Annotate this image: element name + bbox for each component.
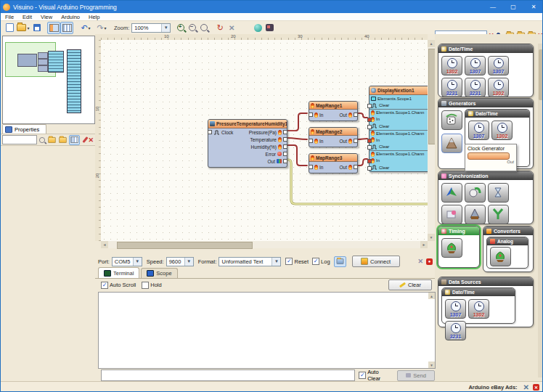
category-datetime[interactable]: Date/Time 1302 1307 1307 3231 3231 1302: [438, 44, 534, 97]
in-pin-square[interactable]: [367, 139, 372, 143]
pin-clock[interactable]: Clock: [208, 129, 233, 135]
block-maprange3-header[interactable]: MapRange3: [309, 154, 357, 162]
stop-icon[interactable]: ●: [426, 258, 433, 265]
property-collapse-icon[interactable]: [59, 137, 66, 143]
component-rtc-3231-icon[interactable]: 3231: [441, 78, 462, 97]
maprange3-in[interactable]: In: [309, 164, 323, 170]
scroll-up-icon[interactable]: ▲: [428, 40, 435, 47]
component-clock-generator-icon[interactable]: [441, 134, 462, 153]
humidity-pin-square[interactable]: [283, 144, 287, 149]
subcategory-analog-header[interactable]: Analog: [487, 237, 528, 245]
display-row-scope[interactable]: Elements.Scope1: [370, 95, 428, 102]
zoom-dropdown-icon[interactable]: ▼: [161, 24, 170, 32]
category-synchronization[interactable]: Synchronization: [438, 171, 534, 224]
block-pressure-temperature-humidity[interactable]: PressureTemperatureHumidity1 Clock Press…: [208, 119, 287, 168]
sync-component-icon[interactable]: [441, 205, 462, 224]
display-row-clear[interactable]: Clear: [370, 164, 428, 171]
refresh-button[interactable]: ↻: [214, 23, 226, 33]
palette-scroll-thumb[interactable]: [539, 49, 543, 100]
maprange3-out[interactable]: Out: [340, 164, 358, 170]
subcategory-datetime-header[interactable]: Date/Time: [442, 288, 515, 296]
subcategory-converters-analog[interactable]: Analog: [486, 237, 528, 269]
upload-button[interactable]: [264, 23, 275, 33]
display-row-in[interactable]: In: [370, 116, 428, 123]
block-display-nextion[interactable]: DisplayNextion1 Elements.Scope1 Clear El…: [369, 86, 428, 172]
category-generators-header[interactable]: Generators: [438, 99, 533, 107]
connect-button[interactable]: Connect: [352, 256, 400, 267]
tab-terminal[interactable]: Terminal: [98, 267, 139, 278]
category-data-sources-header[interactable]: Data Sources: [438, 277, 533, 286]
terminal-scroll-down-icon[interactable]: ▼: [428, 362, 435, 368]
property-filter-input[interactable]: [2, 135, 37, 144]
wire-map1-display[interactable]: [358, 113, 367, 118]
clear-pin-square[interactable]: [367, 104, 372, 108]
sync-component-icon[interactable]: [465, 205, 486, 224]
in-pin-square[interactable]: [309, 139, 313, 143]
open-log-button[interactable]: [334, 256, 346, 267]
in-pin-square[interactable]: [309, 113, 313, 117]
component-rtc-3231-icon[interactable]: 3231: [445, 321, 466, 340]
display-row-channel[interactable]: Elements.Scope1.Chann: [370, 130, 428, 137]
temperature-pin-square[interactable]: [283, 137, 287, 142]
category-generators[interactable]: Generators Date/Time 1307 1302 Clock Gen…: [438, 98, 534, 169]
menu-help[interactable]: Help: [84, 14, 104, 20]
component-analog-converter-icon[interactable]: [490, 247, 511, 266]
category-converters-header[interactable]: Converters: [483, 226, 533, 235]
redo-button[interactable]: ↷▾: [94, 23, 110, 33]
subcategory-datasources-datetime[interactable]: Date/Time 1307 1302 3231: [441, 287, 515, 324]
in-pin-square[interactable]: [367, 118, 372, 122]
property-search-icon[interactable]: [39, 137, 45, 143]
property-expand-icon[interactable]: [48, 137, 55, 143]
menu-file[interactable]: File: [1, 14, 18, 20]
category-timing[interactable]: Timing: [438, 226, 480, 268]
category-timing-header[interactable]: Timing: [438, 226, 479, 235]
toggle-grid-button[interactable]: [60, 22, 73, 34]
category-converters[interactable]: Converters Analog: [483, 226, 534, 272]
new-project-button[interactable]: [4, 23, 15, 33]
close-properties-icon[interactable]: ✕: [88, 136, 94, 144]
canvas-hscrollbar[interactable]: ◄ ►: [101, 241, 428, 248]
component-rtc-1302-icon[interactable]: 1302: [468, 299, 489, 319]
sync-component-icon[interactable]: [465, 183, 486, 203]
port-combobox[interactable]: COM5▼: [112, 257, 142, 266]
block-maprange3[interactable]: MapRange3 In Out: [309, 153, 358, 173]
hold-checkbox[interactable]: [142, 282, 149, 289]
component-random-generator-icon[interactable]: [441, 110, 462, 130]
terminal-scroll-up-icon[interactable]: ▲: [428, 293, 435, 299]
maprange1-in[interactable]: In: [309, 112, 323, 118]
clear-pin-square[interactable]: [367, 145, 372, 150]
display-row-channel[interactable]: Elements.Scope1.Chann: [370, 109, 428, 116]
category-datetime-header[interactable]: Date/Time: [438, 44, 533, 53]
component-rtc-1302-icon[interactable]: 1302: [441, 56, 462, 75]
pin-pressure[interactable]: Pressure(Pa): [249, 129, 287, 135]
reset-checkbox[interactable]: ✓: [285, 258, 293, 265]
out-pin-square[interactable]: [354, 139, 358, 143]
in-pin-square[interactable]: [309, 165, 313, 169]
menu-edit[interactable]: Edit: [18, 14, 36, 20]
sync-component-icon[interactable]: [488, 205, 509, 224]
autoclear-checkbox[interactable]: ✓: [359, 372, 366, 379]
menu-arduino[interactable]: Arduino: [57, 14, 84, 20]
scroll-down-icon[interactable]: ▼: [428, 234, 435, 241]
out-pin-square[interactable]: [283, 159, 287, 163]
send-button[interactable]: Send: [397, 370, 435, 381]
display-row-clear[interactable]: Clear: [370, 123, 428, 130]
display-row-in[interactable]: In: [370, 136, 428, 144]
category-data-sources[interactable]: Data Sources Date/Time 1307 1302 3231: [438, 277, 534, 327]
minimize-button[interactable]: —: [483, 1, 503, 13]
menu-view[interactable]: View: [36, 14, 57, 20]
scroll-right-icon[interactable]: ►: [420, 241, 428, 248]
pin-humidity[interactable]: Humidity(%): [251, 144, 287, 150]
tab-scope[interactable]: Scope: [141, 268, 177, 278]
wire-pressure-map1[interactable]: [287, 113, 307, 131]
close-button[interactable]: ✕: [523, 1, 543, 13]
close-terminal-panel-icon[interactable]: ✕: [417, 258, 423, 265]
close-ads-icon[interactable]: ✕: [523, 383, 529, 391]
category-synchronization-header[interactable]: Synchronization: [438, 171, 533, 180]
display-row-clear[interactable]: Clear: [370, 102, 428, 110]
component-rtc-1302-icon[interactable]: 1302: [488, 78, 509, 97]
display-row-clear[interactable]: Clear: [370, 144, 428, 151]
maprange2-out[interactable]: Out: [340, 138, 358, 144]
undo-button[interactable]: ↶▾: [78, 23, 94, 33]
design-canvas[interactable]: PressureTemperatureHumidity1 Clock Press…: [101, 40, 428, 241]
